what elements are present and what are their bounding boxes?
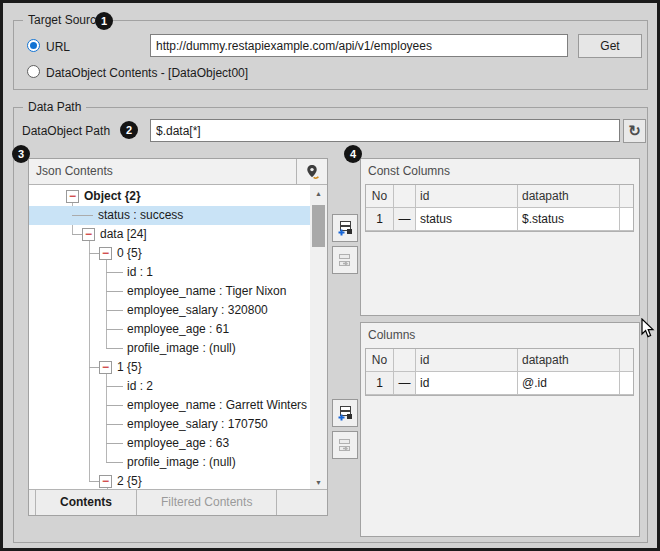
tree-node[interactable]: id : 1 xyxy=(29,263,310,282)
step-badge-3: 3 xyxy=(12,145,30,163)
tree-node-label: employee_name : Garrett Winters xyxy=(127,396,307,415)
table-cell[interactable]: 1 xyxy=(366,372,394,395)
tree-node[interactable]: −data [24] xyxy=(29,225,310,244)
tree-node[interactable]: profile_image : (null) xyxy=(29,453,310,472)
url-input[interactable] xyxy=(150,34,568,57)
tree-connector xyxy=(106,462,123,463)
jsonpath-pin-icon xyxy=(305,164,320,180)
remove-column-icon-disabled xyxy=(337,252,353,268)
const-columns-title: Const Columns xyxy=(368,164,450,178)
tree-collapse-icon[interactable]: − xyxy=(99,361,112,374)
columns-panel: Columns Noiddatapath1—id@.id xyxy=(360,322,640,537)
tree-node-label: employee_age : 61 xyxy=(127,320,229,339)
column-header[interactable] xyxy=(620,185,633,208)
tree-node-label: Object {2} xyxy=(84,187,141,206)
tree-node[interactable]: employee_name : Tiger Nixon xyxy=(29,282,310,301)
columns-table: Noiddatapath1—id@.id xyxy=(365,348,634,396)
tree-collapse-icon[interactable]: − xyxy=(99,475,112,488)
const-columns-table: Noiddatapath1—status$.status xyxy=(365,184,634,232)
step-badge-1: 1 xyxy=(95,12,113,30)
add-column-icon xyxy=(337,405,353,421)
table-row[interactable]: 1—status$.status xyxy=(366,208,633,231)
tree-connector xyxy=(106,310,123,311)
tree-node[interactable]: status : success xyxy=(29,206,310,225)
table-cell[interactable]: $.status xyxy=(518,208,620,231)
tree-node[interactable]: −1 {5} xyxy=(29,358,310,377)
json-tree: −Object {2}status : success−data [24]−0 … xyxy=(29,185,327,491)
tree-connector xyxy=(106,348,123,349)
table-header-row: Noiddatapath xyxy=(366,349,633,372)
column-header[interactable]: datapath xyxy=(518,349,620,372)
dataobject-path-label: DataObject Path xyxy=(22,124,110,138)
tree-node-label: 1 {5} xyxy=(117,358,142,377)
rest-data-source-dialog: Target Source 1 URL Get DataObject Conte… xyxy=(0,0,660,551)
tab-filtered-contents[interactable]: Filtered Contents xyxy=(137,490,277,515)
tree-node-label: employee_name : Tiger Nixon xyxy=(127,282,286,301)
table-header-row: Noiddatapath xyxy=(366,185,633,208)
tree-collapse-icon[interactable]: − xyxy=(82,228,95,241)
dataobject-path-input[interactable] xyxy=(150,119,620,142)
tree-node[interactable]: −0 {5} xyxy=(29,244,310,263)
refresh-button[interactable]: ↻ xyxy=(623,119,646,143)
table-cell[interactable]: id xyxy=(416,372,518,395)
column-header[interactable] xyxy=(394,349,416,372)
column-header[interactable]: id xyxy=(416,349,518,372)
tab-contents[interactable]: Contents xyxy=(35,490,137,515)
tree-collapse-icon[interactable]: − xyxy=(66,190,79,203)
column-header[interactable]: datapath xyxy=(518,185,620,208)
tree-connector xyxy=(106,424,123,425)
tree-node[interactable]: −2 {5} xyxy=(29,472,310,491)
tree-node-label: employee_age : 63 xyxy=(127,434,229,453)
tree-node[interactable]: profile_image : (null) xyxy=(29,339,310,358)
column-header[interactable]: No xyxy=(366,185,394,208)
dataobject-radio-label: DataObject Contents - [DataObject00] xyxy=(46,66,248,80)
table-cell[interactable]: @.id xyxy=(518,372,620,395)
columns-title: Columns xyxy=(368,328,415,342)
refresh-icon: ↻ xyxy=(628,122,641,139)
tree-node[interactable]: employee_salary : 320800 xyxy=(29,301,310,320)
url-radio-label: URL xyxy=(46,40,70,54)
const-add-column-button[interactable] xyxy=(332,214,358,242)
columns-add-column-button[interactable] xyxy=(332,399,358,427)
jsonpath-pin-button[interactable] xyxy=(296,159,327,184)
table-cell[interactable] xyxy=(620,208,633,231)
tree-node-label: data [24] xyxy=(100,225,147,244)
column-header[interactable] xyxy=(394,185,416,208)
table-cell[interactable] xyxy=(620,372,633,395)
tree-node[interactable]: employee_age : 61 xyxy=(29,320,310,339)
const-columns-header: Const Columns xyxy=(361,159,639,184)
tree-collapse-icon[interactable]: − xyxy=(99,247,112,260)
tree-node[interactable]: −Object {2} xyxy=(29,187,310,206)
column-header[interactable] xyxy=(620,349,633,372)
const-columns-panel: Const Columns Noiddatapath1—status$.stat… xyxy=(360,158,640,316)
tree-connector xyxy=(89,481,99,482)
table-row[interactable]: 1—id@.id xyxy=(366,372,633,395)
tree-connector xyxy=(72,215,93,216)
tree-node[interactable]: id : 2 xyxy=(29,377,310,396)
column-header[interactable]: No xyxy=(366,349,394,372)
tree-node-label: id : 1 xyxy=(127,263,153,282)
tree-connector xyxy=(89,253,99,254)
tree-node[interactable]: employee_age : 63 xyxy=(29,434,310,453)
columns-header: Columns xyxy=(361,323,639,348)
table-cell[interactable]: — xyxy=(394,208,416,231)
tree-connector xyxy=(106,405,123,406)
add-column-icon xyxy=(337,220,353,236)
table-cell[interactable]: — xyxy=(394,372,416,395)
tree-connector xyxy=(106,291,123,292)
get-button[interactable]: Get xyxy=(578,34,642,58)
tree-connector xyxy=(106,386,123,387)
tree-node[interactable]: employee_name : Garrett Winters xyxy=(29,396,310,415)
table-cell[interactable]: 1 xyxy=(366,208,394,231)
json-contents-panel: Json Contents −Object {2}status : succes… xyxy=(28,158,328,516)
tree-node-label: profile_image : (null) xyxy=(127,339,236,358)
table-cell[interactable]: status xyxy=(416,208,518,231)
tree-connector xyxy=(106,272,123,273)
column-header[interactable]: id xyxy=(416,185,518,208)
dataobject-radio[interactable] xyxy=(27,65,40,78)
url-radio[interactable] xyxy=(27,39,40,52)
json-contents-tabbar: ContentsFiltered Contents xyxy=(29,489,327,515)
tree-node[interactable]: employee_salary : 170750 xyxy=(29,415,310,434)
json-contents-title: Json Contents xyxy=(36,164,113,178)
mouse-cursor xyxy=(641,318,655,338)
